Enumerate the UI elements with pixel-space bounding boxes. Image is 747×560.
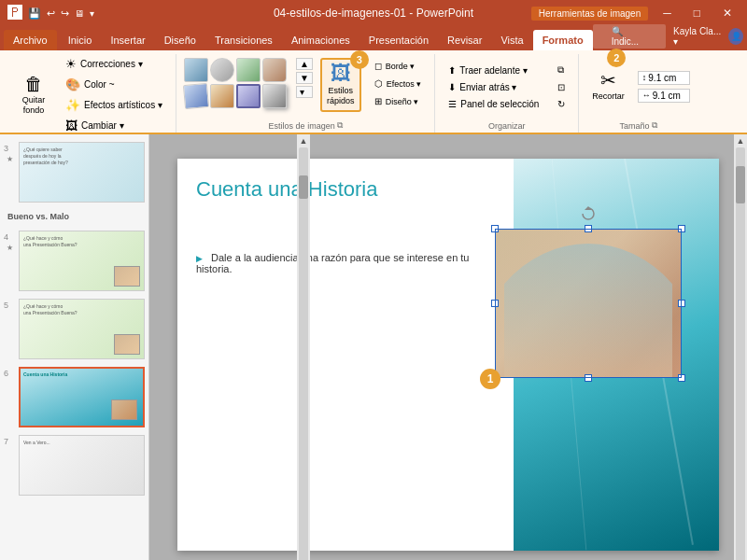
minimize-btn[interactable]: ─: [655, 5, 679, 21]
qs-redo[interactable]: ↪: [61, 7, 69, 20]
height-value[interactable]: 9.1 cm: [648, 73, 681, 83]
qs-other[interactable]: 🖥: [75, 8, 84, 19]
panel-scroll-up[interactable]: ▲: [300, 136, 308, 146]
qs-save[interactable]: 💾: [28, 7, 41, 20]
girar-icon: ↻: [557, 99, 565, 109]
slide-item-5[interactable]: 5 ★ ¿Qué hace y cómouna Presentación Bue…: [4, 299, 145, 359]
tab-formato[interactable]: Formato: [533, 30, 593, 50]
ribbon-group-organizar: ⬆ Traer adelante ▾ ⬇ Enviar atrás ▾ ☰ Pa…: [435, 54, 579, 133]
slide-number-6: 6: [4, 367, 15, 378]
effects-image-btn[interactable]: ⬡ Efectos ▾: [369, 76, 428, 91]
estilos-rapidox-container: 🖼 Estilosrápidos 3: [320, 58, 361, 112]
style-thumb-5[interactable]: [183, 83, 209, 109]
panel-scroll-thumb[interactable]: [299, 175, 308, 199]
editor-scroll-thumb[interactable]: [736, 166, 745, 203]
tab-animaciones[interactable]: Animaciones: [282, 30, 359, 50]
tab-inicio[interactable]: Inicio: [59, 30, 102, 50]
slide-number-7: 7: [4, 435, 15, 446]
effects-image-label: Efectos ▾: [387, 79, 422, 89]
change-picture-btn[interactable]: 🖼 Cambiar ▾: [60, 116, 168, 135]
maximize-btn[interactable]: □: [686, 5, 708, 21]
handle-top-left[interactable]: [491, 225, 499, 232]
width-value[interactable]: 9.1 cm: [653, 91, 685, 101]
tab-archivo[interactable]: Archivo: [4, 30, 57, 50]
slide-thumb-7[interactable]: Ven a Vero...: [19, 435, 145, 496]
slide-image[interactable]: [495, 229, 682, 378]
border-image-btn[interactable]: ◻ Borde ▾: [369, 58, 428, 74]
enviar-atras-btn[interactable]: ⬇ Enviar atrás ▾: [443, 79, 544, 95]
layout-image-btn[interactable]: ⊞ Diseño ▾: [369, 93, 428, 109]
user-avatar[interactable]: 👤: [728, 28, 743, 45]
effects-image-icon: ⬡: [374, 78, 383, 89]
slide-title[interactable]: Cuenta una Historia: [196, 177, 377, 202]
styles-more[interactable]: ▾: [296, 86, 313, 98]
quitar-fondo-btn[interactable]: 🗑 Quitarfondo: [11, 71, 56, 119]
editor-scroll-up[interactable]: ▲: [737, 136, 745, 146]
rotate-handle[interactable]: [581, 206, 596, 224]
qs-expand[interactable]: ▾: [90, 8, 94, 19]
slide-item-6[interactable]: 6 ★ Cuenta una Historia: [4, 367, 145, 427]
recortar-btn[interactable]: ✂ Recortar: [586, 67, 630, 105]
slide-3-text: ¿Qué quiere saberdespués de hoy lapresen…: [23, 147, 68, 166]
section-label-bueno: Bueno vs. Malo: [4, 210, 145, 223]
estilos-expand-icon[interactable]: ⧉: [337, 120, 343, 131]
quitar-fondo-icon: 🗑: [24, 75, 43, 93]
style-thumb-1[interactable]: [184, 58, 208, 82]
tab-diseno[interactable]: Diseño: [155, 30, 205, 50]
slide-thumb-4[interactable]: ¿Qué hace y cómouna Presentación Buena?: [19, 231, 145, 291]
style-thumb-4[interactable]: [262, 58, 287, 82]
handle-top-right[interactable]: [678, 225, 685, 232]
slide-thumb-5[interactable]: ¿Qué hace y cómouna Presentación Buena?: [19, 299, 145, 359]
agrupar-btn[interactable]: ⊡: [552, 79, 571, 95]
tab-revisar[interactable]: Revisar: [438, 30, 491, 50]
correcciones-btn[interactable]: ☀ Correcciones ▾: [60, 54, 168, 74]
slide-bullet[interactable]: Dale a la audiencia una razón para que s…: [196, 252, 495, 274]
style-thumb-2[interactable]: [210, 58, 234, 82]
style-thumb-3[interactable]: [236, 58, 261, 82]
style-thumb-6[interactable]: [210, 84, 234, 108]
handle-middle-right[interactable]: [678, 300, 685, 307]
user-name[interactable]: Kayla Cla... ▾: [673, 26, 721, 47]
efectos-artisticos-btn[interactable]: ✨ Efectos artísticos ▾: [60, 95, 168, 115]
color-label: Color ~: [84, 79, 115, 90]
slide-item-7[interactable]: 7 ★ Ven a Vero...: [4, 435, 145, 496]
color-btn[interactable]: 🎨 Color ~: [60, 75, 168, 94]
recortar-label: Recortar: [592, 91, 625, 102]
style-thumb-8[interactable]: [262, 84, 287, 108]
styles-scroll-up[interactable]: ▲: [296, 58, 313, 70]
slide-7-star: ★: [7, 448, 13, 456]
ribbon-group-tamano: 2 ✂ Recortar ↕ 9.1 cm ↔ 9.1 cm Tamaño ⧉: [579, 54, 698, 133]
handle-bottom-right[interactable]: [678, 374, 685, 382]
slide-4-star: ★: [7, 244, 13, 252]
slide-thumb-3[interactable]: ¿Qué quiere saberdespués de hoy lapresen…: [19, 142, 145, 203]
selected-image-container[interactable]: 1: [495, 229, 682, 378]
tamano-expand-icon[interactable]: ⧉: [652, 120, 657, 131]
width-field-container: ↔ 9.1 cm: [638, 89, 690, 103]
qs-undo[interactable]: ↩: [47, 7, 55, 20]
style-thumb-7[interactable]: [236, 84, 261, 108]
handle-top-middle[interactable]: [585, 225, 592, 232]
title-bar-right: Herramientas de imagen ─ □ ✕: [531, 5, 740, 21]
layout-image-icon: ⊞: [374, 96, 382, 106]
slide-6-img: [111, 399, 137, 420]
handle-middle-left[interactable]: [491, 300, 499, 307]
panel-seleccion-btn[interactable]: ☰ Panel de selección: [443, 96, 544, 112]
girar-btn[interactable]: ↻: [552, 96, 571, 112]
tab-presentacion[interactable]: Presentación: [359, 30, 438, 50]
tab-vista[interactable]: Vista: [491, 30, 532, 50]
tab-insertar[interactable]: Insertar: [101, 30, 154, 50]
tab-transiciones[interactable]: Transiciones: [205, 30, 282, 50]
slide-item-3[interactable]: 3 ★ ¿Qué quiere saberdespués de hoy lapr…: [4, 142, 145, 203]
close-btn[interactable]: ✕: [715, 5, 740, 21]
slide-item-4[interactable]: 4 ★ ¿Qué hace y cómouna Presentación Bue…: [4, 231, 145, 291]
slide-panel-scrollbar: ▲ ▼: [297, 134, 310, 560]
traer-adelante-btn[interactable]: ⬆ Traer adelante ▾: [443, 63, 544, 78]
slide-number-4: 4: [4, 231, 15, 242]
search-box[interactable]: 🔍 Indic...: [593, 24, 666, 49]
slide-thumb-6[interactable]: Cuenta una Historia: [19, 367, 145, 427]
styles-scroll-down[interactable]: ▼: [296, 72, 313, 84]
slide-6-title-thumb: Cuenta una Historia: [23, 371, 67, 377]
handle-bottom-middle[interactable]: [585, 374, 592, 382]
alinear-btn[interactable]: ⧉: [552, 62, 571, 78]
agrupar-icon: ⊡: [557, 82, 565, 92]
